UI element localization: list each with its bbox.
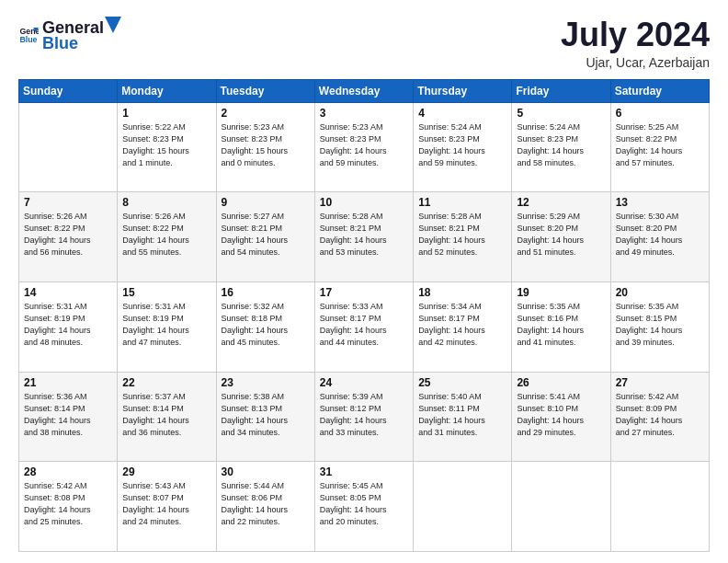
calendar-week-row: 7Sunrise: 5:26 AM Sunset: 8:22 PM Daylig… xyxy=(19,192,710,282)
day-info: Sunrise: 5:41 AM Sunset: 8:10 PM Dayligh… xyxy=(517,391,605,439)
day-info: Sunrise: 5:30 AM Sunset: 8:20 PM Dayligh… xyxy=(616,211,704,259)
day-number: 21 xyxy=(24,376,112,389)
header: General Blue General Blue July 2024 Ujar… xyxy=(18,17,710,70)
calendar-cell: 3Sunrise: 5:23 AM Sunset: 8:23 PM Daylig… xyxy=(314,102,413,192)
calendar-cell: 16Sunrise: 5:32 AM Sunset: 8:18 PM Dayli… xyxy=(216,282,314,372)
calendar-cell: 28Sunrise: 5:42 AM Sunset: 8:08 PM Dayli… xyxy=(19,462,118,552)
day-number: 10 xyxy=(320,196,408,209)
calendar-cell: 9Sunrise: 5:27 AM Sunset: 8:21 PM Daylig… xyxy=(216,192,314,282)
calendar-week-row: 1Sunrise: 5:22 AM Sunset: 8:23 PM Daylig… xyxy=(19,102,710,192)
day-info: Sunrise: 5:42 AM Sunset: 8:08 PM Dayligh… xyxy=(24,480,112,528)
day-info: Sunrise: 5:24 AM Sunset: 8:23 PM Dayligh… xyxy=(418,121,506,169)
day-number: 19 xyxy=(517,286,605,299)
day-info: Sunrise: 5:38 AM Sunset: 8:13 PM Dayligh… xyxy=(222,391,310,439)
calendar-header-sunday: Sunday xyxy=(19,79,118,102)
day-number: 12 xyxy=(517,196,605,209)
calendar-cell: 26Sunrise: 5:41 AM Sunset: 8:10 PM Dayli… xyxy=(512,372,610,462)
day-info: Sunrise: 5:32 AM Sunset: 8:18 PM Dayligh… xyxy=(222,301,310,349)
day-info: Sunrise: 5:25 AM Sunset: 8:22 PM Dayligh… xyxy=(616,121,704,169)
day-number: 14 xyxy=(24,286,112,299)
day-info: Sunrise: 5:29 AM Sunset: 8:20 PM Dayligh… xyxy=(517,211,605,259)
day-info: Sunrise: 5:40 AM Sunset: 8:11 PM Dayligh… xyxy=(418,391,506,439)
calendar-header-tuesday: Tuesday xyxy=(216,79,314,102)
day-number: 16 xyxy=(222,286,310,299)
logo-arrow-icon xyxy=(105,17,121,33)
calendar-cell: 29Sunrise: 5:43 AM Sunset: 8:07 PM Dayli… xyxy=(118,462,216,552)
day-info: Sunrise: 5:33 AM Sunset: 8:17 PM Dayligh… xyxy=(320,301,408,349)
calendar-cell: 17Sunrise: 5:33 AM Sunset: 8:17 PM Dayli… xyxy=(314,282,413,372)
day-number: 9 xyxy=(222,196,310,209)
day-number: 20 xyxy=(616,286,704,299)
calendar-cell: 23Sunrise: 5:38 AM Sunset: 8:13 PM Dayli… xyxy=(216,372,314,462)
calendar-cell: 13Sunrise: 5:30 AM Sunset: 8:20 PM Dayli… xyxy=(610,192,709,282)
day-info: Sunrise: 5:35 AM Sunset: 8:16 PM Dayligh… xyxy=(517,301,605,349)
calendar-cell: 11Sunrise: 5:28 AM Sunset: 8:21 PM Dayli… xyxy=(414,192,512,282)
calendar-cell: 14Sunrise: 5:31 AM Sunset: 8:19 PM Dayli… xyxy=(19,282,118,372)
calendar-cell: 15Sunrise: 5:31 AM Sunset: 8:19 PM Dayli… xyxy=(118,282,216,372)
day-info: Sunrise: 5:35 AM Sunset: 8:15 PM Dayligh… xyxy=(616,301,704,349)
calendar-cell: 21Sunrise: 5:36 AM Sunset: 8:14 PM Dayli… xyxy=(19,372,118,462)
day-info: Sunrise: 5:27 AM Sunset: 8:21 PM Dayligh… xyxy=(222,211,310,259)
day-info: Sunrise: 5:36 AM Sunset: 8:14 PM Dayligh… xyxy=(24,391,112,439)
day-info: Sunrise: 5:43 AM Sunset: 8:07 PM Dayligh… xyxy=(122,480,210,528)
svg-text:Blue: Blue xyxy=(19,35,37,44)
day-number: 23 xyxy=(222,376,310,389)
calendar-table: SundayMondayTuesdayWednesdayThursdayFrid… xyxy=(18,79,710,552)
day-number: 1 xyxy=(122,107,210,120)
day-info: Sunrise: 5:22 AM Sunset: 8:23 PM Dayligh… xyxy=(122,121,210,169)
day-number: 15 xyxy=(122,286,210,299)
day-number: 24 xyxy=(320,376,408,389)
day-info: Sunrise: 5:44 AM Sunset: 8:06 PM Dayligh… xyxy=(222,480,310,528)
main-title: July 2024 xyxy=(561,17,710,53)
day-number: 4 xyxy=(418,107,506,120)
calendar-cell: 19Sunrise: 5:35 AM Sunset: 8:16 PM Dayli… xyxy=(512,282,610,372)
day-number: 30 xyxy=(222,465,310,478)
calendar-header-row: SundayMondayTuesdayWednesdayThursdayFrid… xyxy=(19,79,710,102)
calendar-cell: 6Sunrise: 5:25 AM Sunset: 8:22 PM Daylig… xyxy=(610,102,709,192)
calendar-cell xyxy=(414,462,512,552)
day-number: 22 xyxy=(122,376,210,389)
day-number: 18 xyxy=(418,286,506,299)
day-number: 3 xyxy=(320,107,408,120)
title-block: July 2024 Ujar, Ucar, Azerbaijan xyxy=(561,17,710,70)
day-number: 25 xyxy=(418,376,506,389)
day-info: Sunrise: 5:31 AM Sunset: 8:19 PM Dayligh… xyxy=(24,301,112,349)
day-info: Sunrise: 5:23 AM Sunset: 8:23 PM Dayligh… xyxy=(222,121,310,169)
calendar-week-row: 28Sunrise: 5:42 AM Sunset: 8:08 PM Dayli… xyxy=(19,462,710,552)
subtitle: Ujar, Ucar, Azerbaijan xyxy=(561,55,710,70)
calendar-cell: 7Sunrise: 5:26 AM Sunset: 8:22 PM Daylig… xyxy=(19,192,118,282)
day-number: 7 xyxy=(24,196,112,209)
day-number: 11 xyxy=(418,196,506,209)
day-number: 2 xyxy=(222,107,310,120)
day-info: Sunrise: 5:23 AM Sunset: 8:23 PM Dayligh… xyxy=(320,121,408,169)
calendar-cell: 10Sunrise: 5:28 AM Sunset: 8:21 PM Dayli… xyxy=(314,192,413,282)
calendar-cell xyxy=(512,462,610,552)
calendar-cell: 5Sunrise: 5:24 AM Sunset: 8:23 PM Daylig… xyxy=(512,102,610,192)
calendar-header-monday: Monday xyxy=(118,79,216,102)
calendar-cell xyxy=(19,102,118,192)
day-info: Sunrise: 5:28 AM Sunset: 8:21 PM Dayligh… xyxy=(418,211,506,259)
logo: General Blue General Blue xyxy=(18,17,121,53)
day-info: Sunrise: 5:37 AM Sunset: 8:14 PM Dayligh… xyxy=(122,391,210,439)
day-number: 27 xyxy=(616,376,704,389)
day-info: Sunrise: 5:42 AM Sunset: 8:09 PM Dayligh… xyxy=(616,391,704,439)
day-number: 26 xyxy=(517,376,605,389)
day-info: Sunrise: 5:28 AM Sunset: 8:21 PM Dayligh… xyxy=(320,211,408,259)
day-number: 31 xyxy=(320,465,408,478)
day-info: Sunrise: 5:26 AM Sunset: 8:22 PM Dayligh… xyxy=(24,211,112,259)
day-number: 6 xyxy=(616,107,704,120)
calendar-cell: 30Sunrise: 5:44 AM Sunset: 8:06 PM Dayli… xyxy=(216,462,314,552)
calendar-cell: 18Sunrise: 5:34 AM Sunset: 8:17 PM Dayli… xyxy=(414,282,512,372)
calendar-cell: 4Sunrise: 5:24 AM Sunset: 8:23 PM Daylig… xyxy=(414,102,512,192)
day-number: 13 xyxy=(616,196,704,209)
day-number: 28 xyxy=(24,465,112,478)
day-info: Sunrise: 5:26 AM Sunset: 8:22 PM Dayligh… xyxy=(122,211,210,259)
calendar-cell xyxy=(610,462,709,552)
calendar-cell: 22Sunrise: 5:37 AM Sunset: 8:14 PM Dayli… xyxy=(118,372,216,462)
calendar-cell: 20Sunrise: 5:35 AM Sunset: 8:15 PM Dayli… xyxy=(610,282,709,372)
calendar-week-row: 14Sunrise: 5:31 AM Sunset: 8:19 PM Dayli… xyxy=(19,282,710,372)
day-info: Sunrise: 5:45 AM Sunset: 8:05 PM Dayligh… xyxy=(320,480,408,528)
calendar-cell: 2Sunrise: 5:23 AM Sunset: 8:23 PM Daylig… xyxy=(216,102,314,192)
calendar-cell: 8Sunrise: 5:26 AM Sunset: 8:22 PM Daylig… xyxy=(118,192,216,282)
svg-marker-3 xyxy=(105,17,121,33)
